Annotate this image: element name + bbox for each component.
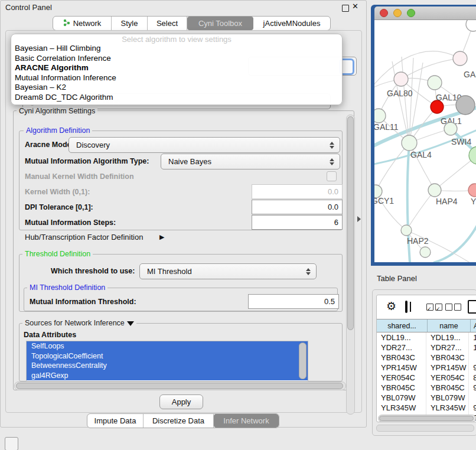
network-node[interactable]: [456, 96, 475, 115]
manual-kernel-width-label: Manual Kernel Width Definition: [25, 172, 134, 181]
network-node[interactable]: [466, 20, 476, 31]
network-node-gal80[interactable]: [394, 72, 408, 86]
collapsed-panel-button[interactable]: [5, 437, 18, 450]
which-threshold-label: Which threshold to use:: [51, 267, 135, 275]
tab-jactivemnodules[interactable]: jActiveMNodules: [253, 17, 330, 30]
network-edge[interactable]: [435, 155, 476, 190]
zoom-traffic-light[interactable]: [407, 9, 415, 17]
data-attribute-item[interactable]: gal4RGexp: [27, 371, 308, 381]
node-label: Y: [471, 197, 476, 206]
which-threshold-combobox[interactable]: MI Threshold: [139, 263, 317, 279]
network-edge[interactable]: [406, 190, 435, 230]
table-cell: [469, 393, 476, 403]
mi-algorithm-type-combobox[interactable]: Naive Bayes: [161, 154, 340, 169]
data-attribute-item[interactable]: TopologicalCoefficient: [27, 351, 308, 361]
data-attribute-item[interactable]: SelfLoops: [27, 341, 308, 351]
table-cell: YDR27...: [426, 343, 469, 353]
list-scrollbar[interactable]: [299, 343, 307, 379]
table-cell: YPR145W: [377, 363, 426, 373]
stepper-arrows-icon: [328, 142, 336, 149]
tab-infer-network[interactable]: Infer Network: [214, 414, 279, 428]
column-header-shared[interactable]: shared...: [377, 319, 428, 332]
table-cell: 13: [469, 332, 476, 343]
mi-threshold-field[interactable]: 0.5: [248, 294, 339, 309]
manual-kernel-width-checkbox[interactable]: [327, 171, 337, 181]
close-icon[interactable]: ✕: [352, 2, 358, 11]
network-node-gal10[interactable]: [428, 76, 442, 90]
mi-steps-field[interactable]: 6: [252, 215, 343, 230]
table-cell: [469, 353, 476, 363]
table-cell: YBR043C: [426, 353, 469, 363]
network-node[interactable]: [420, 247, 431, 257]
document-icon[interactable]: [468, 300, 476, 314]
table-row[interactable]: YPR145WYPR145W9.: [377, 363, 476, 373]
tab-select[interactable]: Select: [148, 17, 187, 30]
network-node-gal1[interactable]: [431, 100, 444, 113]
splitter-arrow-icon[interactable]: [357, 216, 361, 222]
select-all-checkboxes-icon[interactable]: [426, 304, 442, 311]
settings-vertical-scrollbar[interactable]: [346, 115, 355, 415]
table-row[interactable]: YER054CYER054C8.: [377, 373, 476, 383]
network-canvas[interactable]: GALGAL80GAL10GAL1GAL11SWI4GAL4GCY1HAP4YH…: [374, 20, 476, 262]
network-node-hap4[interactable]: [428, 184, 441, 197]
table-row[interactable]: YBL079WYBL079W: [377, 393, 476, 403]
table-row[interactable]: YBR045CYBR045C9.: [377, 383, 476, 393]
network-edge[interactable]: [433, 221, 476, 262]
data-attribute-item[interactable]: BetweennessCentrality: [27, 361, 308, 371]
network-node-y[interactable]: [468, 184, 476, 197]
algorithm-option[interactable]: Mutual Information Inference: [11, 73, 342, 83]
tab-cyni-toolbox[interactable]: Cyni Toolbox: [187, 17, 253, 30]
float-window-icon[interactable]: [342, 5, 349, 12]
network-view-window: GALGAL80GAL10GAL1GAL11SWI4GAL4GCY1HAP4YH…: [371, 5, 476, 266]
kernel-width-field[interactable]: 0.0: [252, 184, 343, 199]
settings-horizontal-scrollbar[interactable]: [14, 381, 346, 390]
cyni-algorithm-settings-legend: Cyni Algorithm Settings: [17, 107, 97, 115]
algorithm-option[interactable]: Dream8 DC_TDC Algorithm: [11, 93, 342, 103]
table-horizontal-scrollbar[interactable]: [378, 415, 476, 422]
table-row[interactable]: YLR345WYLR345W9.: [377, 403, 476, 413]
aracne-mode-combobox[interactable]: Discovery: [69, 137, 340, 153]
dpi-tolerance-field[interactable]: 0.0: [252, 200, 343, 214]
table-row[interactable]: YBR043CYBR043C: [377, 353, 476, 363]
table-row[interactable]: YDL19...YDL19...13: [377, 332, 476, 343]
node-label: GCY1: [374, 196, 394, 206]
tab-style[interactable]: Style: [112, 17, 148, 30]
network-edge[interactable]: [401, 58, 460, 79]
algorithm-option[interactable]: Bayesian – K2: [11, 83, 342, 93]
tab-discretize-data[interactable]: Discretize Data: [144, 414, 214, 428]
tab-network[interactable]: Network: [53, 17, 112, 30]
node-label: GAL80: [387, 89, 413, 98]
minimize-traffic-light[interactable]: [393, 9, 402, 17]
table-cell: YBR045C: [377, 383, 426, 393]
network-edge[interactable]: [376, 143, 409, 191]
table-header-row: shared... name A: [377, 319, 476, 332]
hub-definition-label: Hub/Transcription Factor Definition: [25, 233, 143, 242]
network-node-hap2[interactable]: [401, 225, 412, 236]
algorithm-option[interactable]: Basic Correlation Inference: [11, 54, 342, 64]
deselect-all-checkboxes-icon[interactable]: [445, 304, 461, 311]
algorithm-option[interactable]: Bayesian – Hill Climbing: [11, 44, 342, 54]
table-row[interactable]: YDR27...YDR27...12: [377, 343, 476, 353]
network-node-swi4[interactable]: [444, 122, 457, 135]
split-columns-icon[interactable]: [405, 301, 407, 313]
screen: Control Panel ✕ Network Style Select: [0, 0, 476, 450]
control-panel-tabbar: Network Style Select Cyni Toolbox jActiv…: [53, 16, 331, 31]
network-edge[interactable]: [374, 130, 476, 165]
column-header-name[interactable]: name: [428, 319, 471, 332]
algorithm-option[interactable]: ARACNE Algorithm: [11, 63, 342, 73]
stepper-arrows-icon: [304, 268, 312, 275]
column-header-clipped[interactable]: A: [471, 319, 476, 332]
network-node-gal[interactable]: [453, 51, 467, 66]
apply-button[interactable]: Apply: [159, 394, 203, 409]
network-node-gal4[interactable]: [402, 135, 417, 151]
close-traffic-light[interactable]: [380, 9, 388, 17]
table-cell: YER054C: [377, 373, 426, 383]
data-attributes-list[interactable]: SelfLoopsTopologicalCoefficientBetweenne…: [26, 341, 308, 381]
tab-impute-data[interactable]: Impute Data: [87, 414, 144, 428]
collapse-icon[interactable]: [127, 321, 134, 326]
network-node-gal11[interactable]: [374, 109, 386, 123]
network-window-titlebar[interactable]: [374, 6, 476, 20]
hub-expand-icon[interactable]: ▶: [159, 233, 164, 241]
gear-icon[interactable]: ⚙: [386, 301, 396, 312]
table-cell: YBR045C: [426, 383, 469, 393]
